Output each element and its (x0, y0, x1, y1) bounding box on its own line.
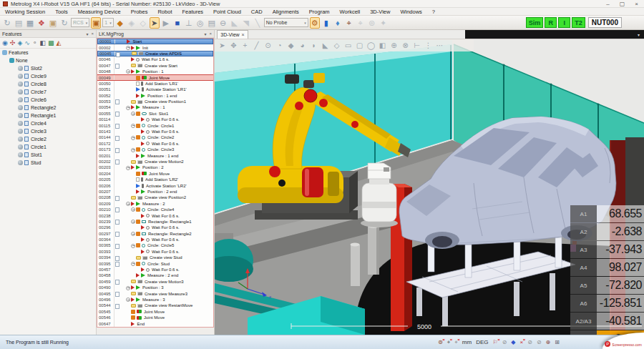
feature-item[interactable]: Stud (0, 159, 96, 167)
line-icon[interactable]: ╱ (251, 41, 262, 49)
session-icon[interactable]: ↻ (2, 17, 12, 29)
program-row[interactable]: 00205 Add Station 'LR2' (97, 177, 213, 182)
program-row[interactable]: 00458 Measure : 2 end (97, 272, 213, 278)
cross-icon[interactable]: ×× (520, 339, 524, 345)
device-error-icon[interactable]: ⊚× (438, 339, 443, 345)
link-icon[interactable]: ✣ (10, 39, 16, 46)
feature-item[interactable]: Circle1 (0, 143, 96, 151)
pick-icon[interactable]: ➤ (217, 41, 228, 49)
program-row[interactable]: 00115 Circle: Circle1 (97, 122, 213, 128)
grid-icon[interactable]: ▩ (48, 39, 54, 46)
program-row[interactable]: 00297 Rectangle: Rectangle2 (97, 231, 213, 237)
program-row[interactable]: 00172 Wait For 0.6 s. (97, 141, 213, 147)
probe-error-icon[interactable]: ⌖× (447, 339, 451, 346)
feature-item[interactable]: Circle3 (0, 127, 96, 135)
expand-toggle[interactable] (126, 159, 131, 164)
unit-deg-label[interactable]: DEG (476, 339, 488, 345)
feature-item[interactable]: Circle2 (0, 135, 96, 143)
program-row[interactable]: 00002 Init (97, 44, 213, 50)
program-row[interactable]: 00114 Wait For 0.6 s. (97, 117, 213, 122)
feature-item[interactable]: Rectangle2 (0, 104, 96, 112)
folder2-icon[interactable]: ▤ (207, 17, 217, 29)
menu-item[interactable]: Robot (152, 9, 177, 15)
expand-toggle[interactable] (122, 39, 127, 44)
rcs-dropdown[interactable]: RCS▾ (71, 18, 89, 27)
expand-toggle[interactable] (131, 231, 136, 237)
features-group-node[interactable]: None (0, 56, 96, 64)
pin-icon[interactable]: ▾ (86, 31, 88, 36)
menu-item[interactable]: CAD (246, 9, 268, 15)
program-row[interactable]: 00209 Measure : 2 (97, 201, 213, 207)
expand-toggle[interactable] (131, 93, 136, 99)
rotate-icon[interactable]: ↻ (59, 17, 69, 29)
probe-cal1-icon[interactable]: ♦ (333, 17, 343, 29)
point-icon[interactable]: + (240, 41, 250, 49)
program-row[interactable]: 00296 Wait For 0.6 s. (97, 225, 213, 230)
probe-cal5-icon[interactable]: ✦ (379, 17, 389, 29)
expand-toggle[interactable] (126, 309, 131, 315)
program-row[interactable]: 00001 Start (97, 39, 213, 44)
layers-color-icon[interactable]: ❖ (36, 17, 47, 29)
target-icon[interactable]: ◎ (195, 17, 205, 29)
menu-item[interactable]: Point Cloud (208, 9, 246, 15)
expand-toggle[interactable] (131, 171, 136, 177)
expand-toggle[interactable] (131, 242, 136, 248)
program-row[interactable]: 00202 Create view Motion2 (97, 159, 213, 164)
menu-item[interactable]: Features (177, 9, 208, 15)
program-row[interactable]: 00053 Create view Position1 (97, 99, 213, 104)
layer-dropdown[interactable]: 1▾ (102, 18, 113, 27)
probe-cal4-icon[interactable]: ⊚ (367, 17, 377, 29)
sim-button[interactable]: Sim (526, 17, 544, 28)
expand-toggle[interactable] (131, 75, 136, 79)
program-row[interactable]: 00238 Wait For 0.6 s. (97, 212, 213, 218)
program-row[interactable]: 00457 Wait For 0.6 s. (97, 267, 213, 272)
program-row[interactable]: 00203 Position : 2 (97, 164, 213, 170)
expand-toggle[interactable] (131, 207, 136, 212)
expand-toggle[interactable] (131, 219, 136, 225)
no-entry-icon[interactable]: ⊘ (502, 339, 507, 345)
expand-toggle[interactable] (131, 260, 136, 266)
menu-item[interactable]: Windows (395, 9, 426, 15)
tab-3d-view[interactable]: 3D-View × (217, 30, 248, 39)
expand-toggle[interactable] (131, 272, 136, 278)
chevron-down-icon[interactable]: ▾ (638, 32, 640, 37)
slot-icon[interactable]: ▭ (343, 41, 353, 49)
robot-move-button[interactable]: ⚙ (310, 17, 320, 29)
t2-mode-button[interactable]: T2 (572, 17, 585, 28)
menu-item[interactable]: Probes (126, 9, 153, 15)
program-row[interactable]: 00046 Wait For 1.6 s. (97, 56, 213, 62)
viewport-3d[interactable]: 3D-View × ▾ ➤✥+╱⊙◔◆◕◗◣◇▭▢◯◧⊕⊗⊢⋮⋯ (215, 30, 644, 335)
feature-item[interactable]: Slot2 (0, 64, 96, 72)
expand-toggle[interactable] (136, 129, 141, 134)
maximize-button[interactable]: ▢ (620, 1, 625, 7)
expand-toggle[interactable] (131, 189, 136, 195)
expand-toggle[interactable] (126, 104, 131, 110)
program-row[interactable]: 00546 Joint Move (97, 315, 213, 320)
pin-icon[interactable]: ▾ (204, 31, 206, 36)
program-row[interactable]: 00045 Create view APDIS (97, 51, 213, 56)
expand-toggle[interactable] (126, 164, 131, 170)
circle-icon[interactable]: ⊙ (263, 41, 273, 49)
angle-icon[interactable]: ◭ (56, 39, 61, 46)
program-row[interactable]: 00490 Position : 3 (97, 285, 213, 290)
program-row[interactable]: 00647 End (97, 320, 213, 326)
program-row[interactable]: 00048 Position : 1 (97, 69, 213, 74)
feature-item[interactable]: Slot1 (0, 151, 96, 159)
stop-icon[interactable]: ■ (172, 17, 182, 29)
program-row[interactable]: 00206 Activate Station 'LR2' (97, 182, 213, 188)
expand-toggle[interactable] (131, 152, 136, 158)
no-entry2-icon[interactable]: ⊘ (527, 339, 532, 345)
expand-toggle[interactable] (131, 147, 136, 152)
hand-error-icon[interactable]: ⚐× (492, 339, 497, 345)
point-small-icon[interactable]: ⚬ (32, 39, 38, 46)
menu-item[interactable]: Working Session (0, 9, 50, 15)
probe-view-icon[interactable]: ◉ (2, 39, 8, 46)
expand-toggle[interactable] (136, 225, 141, 230)
inspect-mode-button[interactable]: I (558, 17, 570, 28)
expand-toggle[interactable] (131, 177, 136, 182)
program-row[interactable]: 00544 Create view RestartMove (97, 303, 213, 308)
expand-toggle[interactable] (126, 297, 131, 303)
program-row[interactable]: 00239 Rectangle: Rectangle1 (97, 219, 213, 225)
expand-toggle[interactable] (126, 201, 131, 207)
probe-cal2-icon[interactable]: ⌖ (344, 17, 354, 29)
